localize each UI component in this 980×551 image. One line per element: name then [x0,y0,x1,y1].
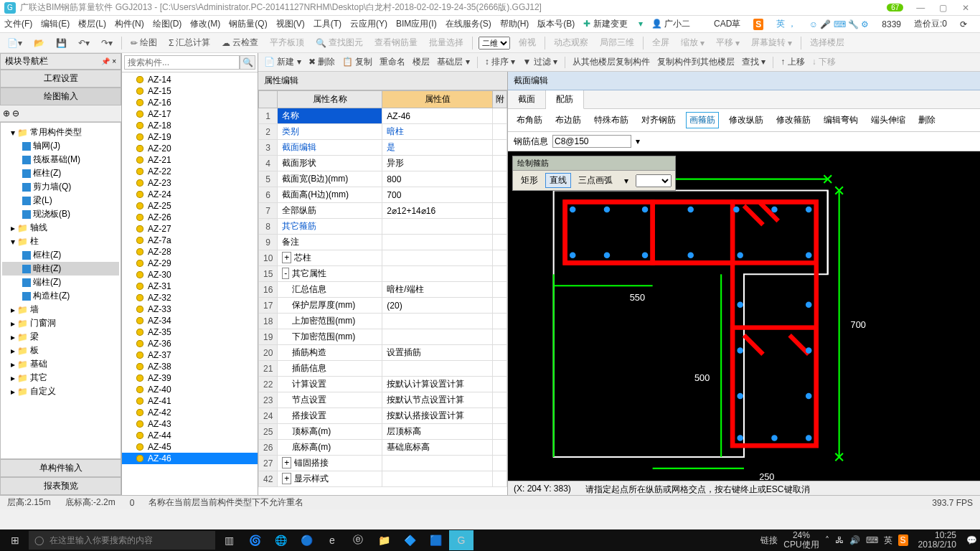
rename-comp-button[interactable]: 重命名 [380,56,405,68]
component-item[interactable]: AZ-32 [122,292,258,303]
tree-collapse-icon[interactable]: ⊖ [12,108,19,118]
property-row[interactable]: 1名称AZ-46 [259,108,507,124]
draw-mode[interactable]: 直线 [545,173,571,188]
view-mode-select[interactable]: 二维 [479,37,510,50]
component-item[interactable]: AZ-20 [122,143,258,154]
component-item[interactable]: AZ-25 [122,200,258,212]
menu-version[interactable]: 版本号(B) [537,18,575,30]
link-label[interactable]: 链接 [760,534,778,547]
delete-comp-button[interactable]: ✖ 删除 [308,56,335,68]
windows-taskbar[interactable]: ⊞ ◯ 在这里输入你要搜索的内容 ▥ 🌀 🌐 🔵 e ⓔ 📁 🔷 🟦 G 链接 … [0,529,980,551]
component-item[interactable]: AZ-18 [122,120,258,131]
ime-indicator[interactable]: 英 [884,534,892,547]
component-item[interactable]: AZ-46 [122,453,258,464]
nav-tab-drawing[interactable]: 绘图输入 [0,88,121,105]
tree-node[interactable]: ▸ 📁 其它 [2,371,119,385]
component-item[interactable]: AZ-33 [122,303,258,315]
user-label[interactable]: 👤 广小二 [651,18,699,30]
component-item[interactable]: AZ-41 [122,395,258,407]
property-row[interactable]: 4截面形状异形 [259,156,507,171]
explorer-icon[interactable]: 📁 [372,530,396,550]
keyboard-icon[interactable]: ⌨ [866,535,878,545]
network-icon[interactable]: 🖧 [835,535,844,545]
tree-expand-icon[interactable]: ⊕ [3,108,10,118]
draw-button[interactable]: ✏ 绘图 [128,35,160,50]
component-item[interactable]: AZ-34 [122,315,258,326]
component-item[interactable]: AZ-45 [122,441,258,453]
zoom-button[interactable]: 缩放 ▾ [678,35,707,50]
component-item[interactable]: AZ-28 [122,246,258,258]
copy-from-floor-button[interactable]: 从其他楼层复制构件 [573,56,650,68]
top-view-button[interactable]: 俯视 [516,35,539,50]
pan-button[interactable]: 平移 ▾ [713,35,743,50]
ie-icon[interactable]: ⓔ [346,530,370,550]
menu-component[interactable]: 构件(N) [115,18,144,30]
view-rebar-button[interactable]: 查看钢筋量 [372,35,420,50]
sogou-tray-icon[interactable]: S [898,534,908,546]
tree-node[interactable]: 框柱(Z) [2,166,119,180]
notification-badge[interactable]: 67 [887,4,903,11]
component-item[interactable]: AZ-38 [122,361,258,372]
component-item[interactable]: AZ-14 [122,74,258,85]
close-button[interactable]: ✕ [956,3,976,13]
tree-node[interactable]: 端柱(Z) [2,276,119,289]
tree-node[interactable]: ▸ 📁 门窗洞 [2,316,119,330]
tree-node[interactable]: 剪力墙(Q) [2,180,119,194]
task-view-icon[interactable]: ▥ [217,530,241,550]
tree-node[interactable]: 现浇板(B) [2,207,119,221]
property-row[interactable]: 7全部纵筋2⌀12+14⌀16 [259,203,507,219]
app-icon-1[interactable]: 🌀 [242,530,267,550]
batch-select-button[interactable]: 批量选择 [426,35,466,50]
property-row[interactable]: 24搭接设置按默认搭接设置计算 [259,408,507,424]
component-item[interactable]: AZ-17 [122,108,258,120]
menu-bim[interactable]: BIM应用(I) [396,18,437,30]
dynamic-view-button[interactable]: 动态观察 [551,35,591,50]
component-item[interactable]: AZ-15 [122,85,258,97]
menu-modify[interactable]: 修改(M) [190,18,220,30]
property-row[interactable]: 16汇总信息暗柱/端柱 [259,282,507,298]
rebar-dropdown-icon[interactable]: ▾ [636,136,640,146]
move-up-button[interactable]: ↑ 上移 [781,56,804,68]
property-row[interactable]: 23节点设置按默认节点设置计算 [259,392,507,408]
rebar-tool[interactable]: 端头伸缩 [868,113,908,128]
menu-file[interactable]: 文件(F) [4,18,32,30]
minimize-button[interactable]: — [910,3,930,13]
property-row[interactable]: 17保护层厚度(mm)(20) [259,298,507,314]
sort-button[interactable]: ↕ 排序 ▾ [485,56,516,68]
search-input[interactable] [124,55,240,70]
property-row[interactable]: 19下加密范围(mm) [259,329,507,345]
tree-node[interactable]: 梁(L) [2,194,119,207]
component-item[interactable]: AZ-21 [122,154,258,166]
rebar-tool[interactable]: 布角筋 [514,113,545,128]
tree-node[interactable]: ▸ 📁 梁 [2,330,119,344]
rebar-tool[interactable]: 删除 [915,113,938,128]
rebar-tool[interactable]: 编辑弯钩 [821,113,861,128]
draw-stirrup-toolbar[interactable]: 绘制箍筋 矩形直线三点画弧▾ [512,156,676,191]
app-icon-2[interactable]: 🌐 [268,530,293,550]
component-item[interactable]: AZ-26 [122,212,258,223]
property-row[interactable]: 22计算设置按默认计算设置计算 [259,377,507,392]
component-item[interactable]: AZ-23 [122,177,258,189]
property-row[interactable]: 8其它箍筋 [259,219,507,235]
nav-tab-single-input[interactable]: 单构件输入 [0,459,121,477]
redo-icon[interactable]: ↷▾ [98,37,116,50]
rotate-button[interactable]: 屏幕旋转 ▾ [748,35,795,50]
rebar-tool[interactable]: 修改纵筋 [726,113,766,128]
volume-icon[interactable]: 🔊 [849,535,860,545]
component-item[interactable]: AZ-27 [122,223,258,235]
tree-node[interactable]: ▸ 📁 墙 [2,303,119,316]
property-row[interactable]: 2类别暗柱 [259,124,507,140]
rebar-tool[interactable]: 布边筋 [552,113,584,128]
menu-edit[interactable]: 编辑(E) [41,18,70,30]
component-item[interactable]: AZ-30 [122,269,258,281]
edge-icon[interactable]: e [320,530,344,550]
app-icon-4[interactable]: 🔷 [397,530,422,550]
open-icon[interactable]: 📂 [31,37,47,50]
find-element-button[interactable]: 🔍 查找图元 [313,35,366,50]
ime-lang[interactable]: 英 ， [776,18,796,30]
notification-icon[interactable]: 💬 [966,535,977,545]
tree-node[interactable]: ▾ 📁 常用构件类型 [2,126,119,139]
menu-floor[interactable]: 楼层(L) [78,18,106,30]
tab-rebar[interactable]: 配筋 [546,90,584,109]
property-row[interactable]: 21插筋信息 [259,361,507,377]
